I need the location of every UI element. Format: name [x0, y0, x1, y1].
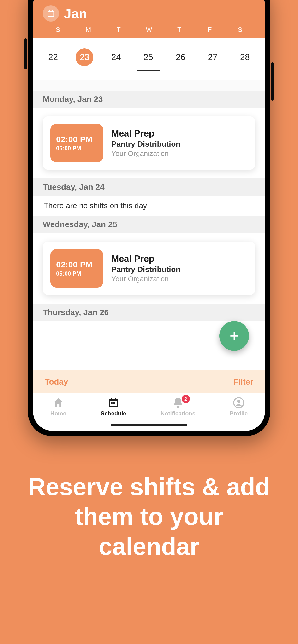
day-header: Tuesday, Jan 24 [33, 178, 265, 196]
shift-start: 02:00 PM [56, 260, 92, 269]
shift-org: Your Organization [111, 275, 181, 283]
tab-label: Home [50, 410, 66, 417]
dow-w: W [142, 26, 156, 34]
shift-end: 05:00 PM [56, 145, 81, 152]
shift-info: Meal Prep Pantry Distribution Your Organ… [111, 254, 181, 283]
calendar-icon [107, 397, 119, 409]
filter-button[interactable]: Filter [233, 377, 253, 386]
shift-end: 05:00 PM [56, 270, 81, 277]
dow-f: F [203, 26, 217, 34]
app-screen: Schedule Jan S M T W T F S 2 [33, 0, 265, 431]
tab-home[interactable]: Home [50, 397, 66, 417]
date-22[interactable]: 22 [43, 52, 63, 62]
calendar-icon [47, 9, 55, 18]
date-25[interactable]: 25 [139, 52, 158, 62]
shift-title: Meal Prep [111, 254, 181, 264]
today-button[interactable]: Today [45, 377, 68, 386]
shift-info: Meal Prep Pantry Distribution Your Organ… [111, 128, 181, 158]
dow-s: S [51, 26, 65, 34]
tab-label: Profile [230, 410, 248, 417]
home-indicator[interactable] [33, 419, 265, 431]
month-label: Jan [64, 6, 87, 21]
shift-card[interactable]: 02:00 PM 05:00 PM Meal Prep Pantry Distr… [43, 116, 255, 170]
add-shift-fab[interactable]: + [219, 321, 249, 351]
dow-s2: S [233, 26, 247, 34]
shift-subtitle: Pantry Distribution [111, 140, 181, 148]
phone-frame: Schedule Jan S M T W T F S 2 [28, 0, 270, 436]
shift-org: Your Organization [111, 150, 181, 158]
shift-time-box: 02:00 PM 05:00 PM [50, 249, 103, 288]
weekday-row: S M T W T F S [43, 26, 255, 34]
shift-subtitle: Pantry Distribution [111, 265, 181, 274]
date-row: 22 23 24 25 26 27 28 [33, 38, 265, 80]
dow-t: T [111, 26, 126, 34]
shift-start: 02:00 PM [56, 135, 92, 144]
shift-time-box: 02:00 PM 05:00 PM [50, 124, 103, 162]
plus-icon: + [230, 327, 238, 345]
home-icon [52, 397, 64, 409]
profile-icon [233, 397, 245, 409]
day-header: Thursday, Jan 26 [33, 304, 265, 321]
empty-day-text: There are no shifts on this day [33, 196, 265, 216]
tab-schedule[interactable]: Schedule [100, 397, 126, 417]
spacer [33, 80, 265, 90]
tab-label: Notifications [161, 410, 195, 417]
dow-t2: T [172, 26, 187, 34]
action-bar: Today Filter [33, 370, 265, 393]
calendar-header: Jan S M T W T F S [33, 0, 265, 38]
notification-badge: 2 [182, 395, 190, 403]
shift-title: Meal Prep [111, 128, 181, 139]
date-26[interactable]: 26 [171, 52, 190, 62]
marketing-headline: Reserve shifts & add them to your calend… [0, 472, 298, 561]
date-23[interactable]: 23 [76, 48, 93, 66]
dow-m: M [81, 26, 95, 34]
day-header: Monday, Jan 23 [33, 90, 265, 108]
svg-point-1 [237, 400, 240, 403]
date-28[interactable]: 28 [235, 52, 255, 62]
tab-profile[interactable]: Profile [230, 397, 248, 417]
tab-notifications[interactable]: 2 Notifications [161, 397, 195, 417]
tab-bar: Home Schedule 2 Notifications Profile [33, 393, 265, 419]
day-header: Wednesday, Jan 25 [33, 216, 265, 233]
calendar-month-icon[interactable] [43, 5, 59, 22]
tab-label: Schedule [100, 410, 126, 417]
date-27[interactable]: 27 [203, 52, 222, 62]
shift-card[interactable]: 02:00 PM 05:00 PM Meal Prep Pantry Distr… [43, 242, 255, 295]
date-24[interactable]: 24 [106, 52, 126, 62]
